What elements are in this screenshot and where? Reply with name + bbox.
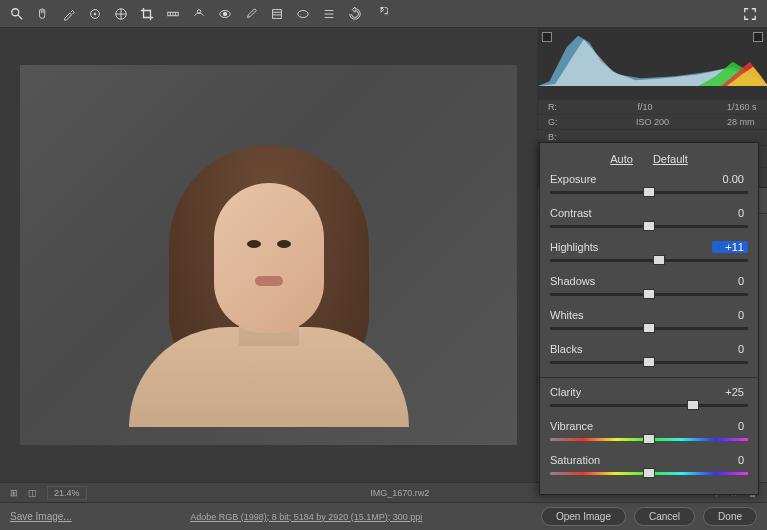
hand-tool-icon[interactable] (34, 5, 52, 23)
workflow-link[interactable]: Adobe RGB (1998); 8 bit; 5184 by 2920 (1… (80, 512, 533, 522)
highlight-clip-toggle[interactable] (753, 32, 763, 42)
svg-point-13 (223, 12, 227, 16)
slider-track[interactable] (550, 434, 748, 444)
slider-label: Vibrance (550, 420, 593, 432)
presets-icon[interactable] (320, 5, 338, 23)
top-toolbar (0, 0, 767, 28)
auto-button[interactable]: Auto (610, 153, 633, 165)
slider-thumb[interactable] (643, 434, 655, 444)
slider-contrast: Contrast0 (550, 207, 748, 231)
slider-whites: Whites0 (550, 309, 748, 333)
slider-shadows: Shadows0 (550, 275, 748, 299)
svg-point-17 (298, 10, 309, 17)
color-sampler-icon[interactable] (86, 5, 104, 23)
channel-r: R: (548, 102, 578, 112)
slider-track[interactable] (550, 357, 748, 367)
exif-row-1: R: f/10 1/160 s (538, 100, 767, 115)
radial-icon[interactable] (294, 5, 312, 23)
slider-value[interactable]: 0.00 (712, 173, 748, 185)
gradient-icon[interactable] (268, 5, 286, 23)
slider-thumb[interactable] (643, 187, 655, 197)
cancel-button[interactable]: Cancel (634, 507, 695, 526)
zoom-level[interactable]: 21.4% (47, 486, 87, 500)
slider-value[interactable]: +11 (712, 241, 748, 253)
adjustment-panel: Auto Default Exposure0.00 Contrast0 High… (539, 142, 759, 495)
exif-shutter: 1/160 s (727, 102, 757, 112)
redeye-icon[interactable] (216, 5, 234, 23)
slider-value[interactable]: 0 (712, 275, 748, 287)
slider-value[interactable]: 0 (712, 454, 748, 466)
slider-label: Shadows (550, 275, 595, 287)
slider-label: Highlights (550, 241, 598, 253)
slider-track[interactable] (550, 468, 748, 478)
save-image-button[interactable]: Save Image... (10, 511, 72, 522)
svg-line-1 (18, 14, 22, 18)
grid-toggle-icon[interactable]: ⊞ (10, 488, 18, 498)
slider-exposure: Exposure0.00 (550, 173, 748, 197)
done-button[interactable]: Done (703, 507, 757, 526)
channel-g: G: (548, 117, 578, 127)
preview-image (20, 65, 517, 445)
default-button[interactable]: Default (653, 153, 688, 165)
slider-thumb[interactable] (643, 468, 655, 478)
exif-aperture: f/10 (638, 102, 668, 112)
crop-tool-icon[interactable] (138, 5, 156, 23)
slider-label: Blacks (550, 343, 582, 355)
target-adjust-icon[interactable] (112, 5, 130, 23)
exif-iso: ISO 200 (636, 117, 669, 127)
compare-icon[interactable]: ◫ (28, 488, 37, 498)
slider-label: Contrast (550, 207, 592, 219)
slider-label: Clarity (550, 386, 581, 398)
slider-clarity: Clarity+25 (550, 386, 748, 410)
slider-label: Whites (550, 309, 584, 321)
exif-focal: 28 mm (727, 117, 757, 127)
channel-b: B: (548, 132, 578, 142)
slider-thumb[interactable] (653, 255, 665, 265)
slider-value[interactable]: 0 (712, 420, 748, 432)
slider-track[interactable] (550, 221, 748, 231)
svg-point-3 (94, 13, 96, 15)
slider-value[interactable]: 0 (712, 343, 748, 355)
svg-point-0 (12, 8, 19, 15)
slider-label: Exposure (550, 173, 596, 185)
svg-rect-14 (273, 9, 282, 18)
straighten-icon[interactable] (164, 5, 182, 23)
slider-highlights: Highlights+11 (550, 241, 748, 265)
slider-track[interactable] (550, 255, 748, 265)
brush-icon[interactable] (242, 5, 260, 23)
shadow-clip-toggle[interactable] (542, 32, 552, 42)
open-image-button[interactable]: Open Image (541, 507, 626, 526)
slider-track[interactable] (550, 187, 748, 197)
slider-value[interactable]: +25 (712, 386, 748, 398)
slider-value[interactable]: 0 (712, 207, 748, 219)
slider-thumb[interactable] (643, 323, 655, 333)
rotate-cw-icon[interactable] (372, 5, 390, 23)
slider-thumb[interactable] (687, 400, 699, 410)
slider-track[interactable] (550, 400, 748, 410)
image-canvas[interactable] (0, 28, 537, 482)
zoom-tool-icon[interactable] (8, 5, 26, 23)
svg-point-11 (197, 9, 201, 13)
slider-value[interactable]: 0 (712, 309, 748, 321)
slider-thumb[interactable] (643, 289, 655, 299)
slider-saturation: Saturation0 (550, 454, 748, 478)
histogram[interactable] (538, 28, 767, 100)
exif-row-2: G: ISO 200 28 mm (538, 115, 767, 130)
bottom-bar: Save Image... Adobe RGB (1998); 8 bit; 5… (0, 502, 767, 530)
slider-blacks: Blacks0 (550, 343, 748, 367)
rotate-ccw-icon[interactable] (346, 5, 364, 23)
slider-track[interactable] (550, 289, 748, 299)
spot-removal-icon[interactable] (190, 5, 208, 23)
slider-thumb[interactable] (643, 221, 655, 231)
slider-track[interactable] (550, 323, 748, 333)
fullscreen-icon[interactable] (741, 5, 759, 23)
slider-thumb[interactable] (643, 357, 655, 367)
eyedropper-icon[interactable] (60, 5, 78, 23)
slider-vibrance: Vibrance0 (550, 420, 748, 444)
slider-label: Saturation (550, 454, 600, 466)
